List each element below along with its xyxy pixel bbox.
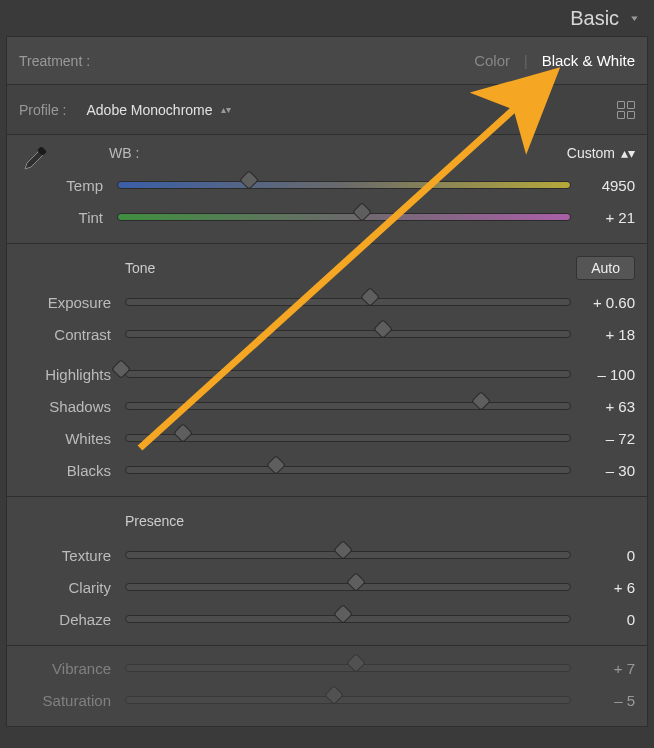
clarity-label: Clarity	[19, 579, 125, 596]
panel-title: Basic	[570, 7, 619, 30]
temp-value[interactable]: 4950	[571, 177, 635, 194]
saturation-section: Vibrance + 7 Saturation – 5	[7, 646, 647, 726]
basic-panel-body: Treatment : Color | Black & White Profil…	[6, 36, 648, 727]
slider-thumb[interactable]	[346, 572, 366, 592]
saturation-label: Saturation	[19, 692, 125, 709]
shadows-slider[interactable]	[125, 402, 571, 410]
dehaze-slider[interactable]	[125, 615, 571, 623]
clarity-slider-row: Clarity + 6	[19, 571, 635, 603]
temp-slider-row: Temp 4950	[61, 169, 635, 201]
profile-value: Adobe Monochrome	[86, 102, 212, 118]
whites-slider-row: Whites – 72	[19, 422, 635, 454]
exposure-slider[interactable]	[125, 298, 571, 306]
wb-section: WB : Custom ▴▾ Temp 4950 Tint + 21	[7, 135, 647, 244]
whites-label: Whites	[19, 430, 125, 447]
profile-row: Profile : Adobe Monochrome ▴▾	[7, 85, 647, 135]
exposure-value[interactable]: + 0.60	[571, 294, 635, 311]
treatment-options: Color | Black & White	[474, 52, 635, 69]
highlights-slider-row: Highlights – 100	[19, 358, 635, 390]
contrast-label: Contrast	[19, 326, 125, 343]
texture-slider-row: Texture 0	[19, 539, 635, 571]
slider-thumb	[346, 653, 366, 673]
slider-thumb[interactable]	[267, 455, 287, 475]
dehaze-value[interactable]: 0	[571, 611, 635, 628]
eyedropper-icon[interactable]	[19, 145, 49, 175]
saturation-slider	[125, 696, 571, 704]
wb-header: WB : Custom ▴▾	[61, 139, 635, 169]
tint-value[interactable]: + 21	[571, 209, 635, 226]
slider-thumb[interactable]	[333, 540, 353, 560]
slider-thumb[interactable]	[471, 391, 491, 411]
slider-thumb	[324, 685, 344, 705]
treatment-color[interactable]: Color	[474, 52, 510, 69]
presence-header: Presence	[125, 513, 184, 529]
texture-slider[interactable]	[125, 551, 571, 559]
vibrance-slider-row: Vibrance + 7	[19, 652, 635, 684]
chevron-updown-icon: ▴▾	[221, 104, 231, 115]
blacks-label: Blacks	[19, 462, 125, 479]
shadows-value[interactable]: + 63	[571, 398, 635, 415]
profile-browser-icon[interactable]	[617, 101, 635, 119]
slider-thumb[interactable]	[360, 287, 380, 307]
whites-value[interactable]: – 72	[571, 430, 635, 447]
slider-thumb[interactable]	[373, 319, 393, 339]
temp-label: Temp	[61, 177, 117, 194]
tint-slider[interactable]	[117, 213, 571, 221]
slider-thumb[interactable]	[333, 604, 353, 624]
vibrance-value: + 7	[571, 660, 635, 677]
eyedropper-column	[7, 135, 61, 243]
shadows-label: Shadows	[19, 398, 125, 415]
treatment-label: Treatment :	[19, 53, 90, 69]
whites-slider[interactable]	[125, 434, 571, 442]
wb-value: Custom	[567, 145, 615, 161]
profile-dropdown[interactable]: Adobe Monochrome ▴▾	[86, 102, 230, 118]
highlights-value[interactable]: – 100	[571, 366, 635, 383]
dehaze-slider-row: Dehaze 0	[19, 603, 635, 635]
clarity-value[interactable]: + 6	[571, 579, 635, 596]
panel-header: Basic ▼	[0, 0, 654, 36]
slider-thumb[interactable]	[239, 170, 259, 190]
dehaze-label: Dehaze	[19, 611, 125, 628]
presence-header-row: Presence	[19, 503, 635, 539]
presence-section: Presence Texture 0 Clarity + 6 Dehaze 0	[7, 497, 647, 646]
tone-section: Tone Auto Exposure + 0.60 Contrast + 18 …	[7, 244, 647, 497]
auto-button[interactable]: Auto	[576, 256, 635, 280]
contrast-slider[interactable]	[125, 330, 571, 338]
treatment-divider: |	[524, 53, 528, 69]
slider-thumb[interactable]	[173, 423, 193, 443]
texture-label: Texture	[19, 547, 125, 564]
blacks-slider-row: Blacks – 30	[19, 454, 635, 486]
tone-header-row: Tone Auto	[19, 250, 635, 286]
contrast-value[interactable]: + 18	[571, 326, 635, 343]
saturation-slider-row: Saturation – 5	[19, 684, 635, 716]
wb-label: WB :	[109, 145, 139, 161]
shadows-slider-row: Shadows + 63	[19, 390, 635, 422]
treatment-row: Treatment : Color | Black & White	[7, 37, 647, 85]
slider-thumb[interactable]	[352, 202, 372, 222]
chevron-updown-icon: ▴▾	[621, 145, 635, 161]
tone-header: Tone	[125, 260, 155, 276]
clarity-slider[interactable]	[125, 583, 571, 591]
saturation-value: – 5	[571, 692, 635, 709]
highlights-label: Highlights	[19, 366, 125, 383]
temp-slider[interactable]	[117, 181, 571, 189]
treatment-bw[interactable]: Black & White	[542, 52, 635, 69]
tint-slider-row: Tint + 21	[61, 201, 635, 233]
vibrance-slider	[125, 664, 571, 672]
vibrance-label: Vibrance	[19, 660, 125, 677]
chevron-down-icon[interactable]: ▼	[629, 14, 640, 22]
wb-dropdown[interactable]: Custom ▴▾	[567, 145, 635, 161]
blacks-slider[interactable]	[125, 466, 571, 474]
tint-label: Tint	[61, 209, 117, 226]
blacks-value[interactable]: – 30	[571, 462, 635, 479]
highlights-slider[interactable]	[125, 370, 571, 378]
contrast-slider-row: Contrast + 18	[19, 318, 635, 350]
texture-value[interactable]: 0	[571, 547, 635, 564]
profile-label: Profile :	[19, 102, 66, 118]
exposure-slider-row: Exposure + 0.60	[19, 286, 635, 318]
exposure-label: Exposure	[19, 294, 125, 311]
